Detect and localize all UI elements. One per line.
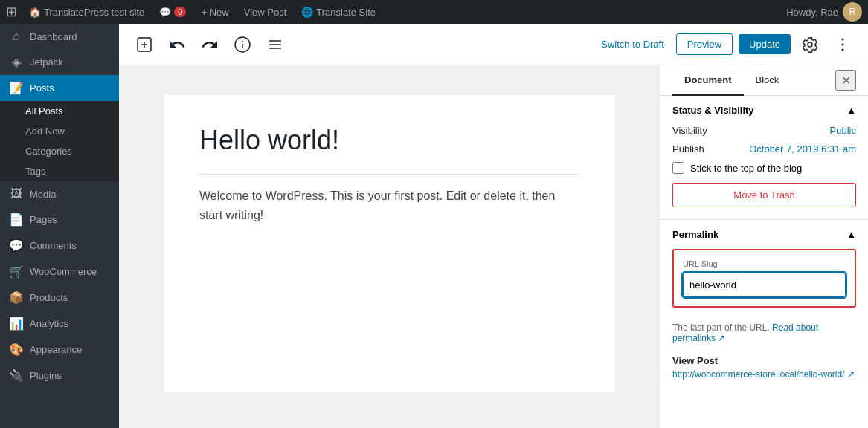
editor-toolbar: Switch to Draft Preview Update	[119, 24, 868, 65]
view-post-link[interactable]: http://woocommerce-store.local/hello-wor…	[672, 369, 844, 380]
sidebar-item-posts[interactable]: 📝 Posts	[0, 75, 119, 101]
post-title[interactable]: Hello world!	[199, 125, 579, 156]
right-panel: Document Block ✕ Status & Visibility ▲ V…	[660, 65, 868, 428]
sticky-label: Stick to the top of the blog	[690, 163, 802, 174]
sidebar-item-pages[interactable]: 📄 Pages	[0, 207, 119, 233]
user-menu[interactable]: Howdy, Rae R	[786, 2, 862, 22]
sidebar-item-products[interactable]: 📦 Products	[0, 285, 119, 311]
view-post-label: View Post	[660, 349, 868, 369]
publish-value[interactable]: October 7, 2019 6:31 am	[749, 143, 856, 155]
permalink-section: Permalink ▲ URL Slug The last part of th…	[660, 220, 868, 380]
chevron-up-icon: ▲	[846, 105, 856, 116]
sticky-checkbox[interactable]	[672, 162, 684, 174]
permalink-header[interactable]: Permalink ▲	[660, 220, 868, 249]
sticky-checkbox-row: Stick to the top of the blog	[672, 162, 856, 174]
avatar: R	[843, 2, 862, 22]
media-icon: 🖼	[9, 187, 24, 201]
sidebar-sub-add-new[interactable]: Add New	[0, 121, 119, 141]
visibility-value[interactable]: Public	[830, 125, 856, 136]
status-visibility-header[interactable]: Status & Visibility ▲	[660, 96, 868, 125]
sidebar-item-comments[interactable]: 💬 Comments	[0, 233, 119, 259]
svg-point-11	[842, 43, 844, 45]
external-link-icon: ↗	[718, 333, 725, 343]
url-slug-box: URL Slug	[672, 249, 856, 308]
products-icon: 📦	[9, 291, 24, 305]
publish-row: Publish October 7, 2019 6:31 am	[672, 143, 856, 155]
translate-icon: 🌐	[301, 7, 313, 18]
external-link-icon: ↗	[847, 369, 855, 380]
editor-content: Hello world! Welcome to WordPress. This …	[119, 65, 868, 428]
preview-button[interactable]: Preview	[676, 33, 733, 55]
svg-point-5	[242, 41, 243, 42]
url-slug-label: URL Slug	[683, 259, 846, 268]
view-post-url: http://woocommerce-store.local/hello-wor…	[660, 369, 868, 380]
move-to-trash-button[interactable]: Move to Trash	[672, 183, 856, 207]
more-options-button[interactable]	[829, 31, 856, 58]
sidebar-sub-all-posts[interactable]: All Posts	[0, 101, 119, 121]
editor-post[interactable]: Hello world! Welcome to WordPress. This …	[164, 95, 615, 392]
sidebar-item-plugins[interactable]: 🔌 Plugins	[0, 363, 119, 389]
update-button[interactable]: Update	[739, 34, 791, 54]
toolbar-right: Switch to Draft Preview Update	[595, 31, 856, 58]
undo-button[interactable]	[164, 31, 190, 58]
add-block-button[interactable]	[131, 31, 158, 58]
info-button[interactable]	[229, 31, 256, 58]
post-body[interactable]: Welcome to WordPress. This is your first…	[199, 187, 579, 224]
editor-canvas: Hello world! Welcome to WordPress. This …	[119, 65, 660, 428]
tab-document[interactable]: Document	[672, 65, 744, 96]
posts-icon: 📝	[9, 81, 24, 95]
translate-link[interactable]: 🌐 Translate Site	[295, 0, 382, 24]
analytics-icon: 📊	[9, 317, 24, 331]
home-icon: 🏠	[29, 7, 41, 18]
jetpack-icon: ◈	[9, 55, 24, 69]
site-name[interactable]: 🏠 TranslatePress test site	[23, 0, 150, 24]
admin-bar: ⊞ 🏠 TranslatePress test site 💬 0 + New V…	[0, 0, 868, 24]
appearance-icon: 🎨	[9, 343, 24, 357]
woocommerce-icon: 🛒	[9, 265, 24, 279]
status-visibility-section: Status & Visibility ▲ Visibility Public …	[660, 96, 868, 220]
comments-icon: 💬	[9, 239, 24, 253]
sidebar: ⌂ Dashboard ◈ Jetpack 📝 Posts All Posts …	[0, 24, 119, 428]
tab-block[interactable]: Block	[744, 65, 791, 96]
svg-point-9	[808, 42, 812, 47]
switch-to-draft-button[interactable]: Switch to Draft	[595, 34, 670, 54]
wp-logo-icon: ⊞	[6, 4, 17, 20]
panel-close-button[interactable]: ✕	[835, 70, 856, 91]
sidebar-item-analytics[interactable]: 📊 Analytics	[0, 311, 119, 337]
list-view-button[interactable]	[262, 31, 289, 58]
chevron-up-icon: ▲	[846, 229, 856, 240]
permalink-footer: The last part of the URL. Read about per…	[660, 317, 868, 349]
svg-point-12	[842, 48, 844, 51]
svg-point-10	[842, 38, 844, 40]
redo-button[interactable]	[196, 31, 223, 58]
new-link[interactable]: + New	[195, 0, 234, 24]
post-divider	[199, 174, 579, 175]
pages-icon: 📄	[9, 213, 24, 227]
sidebar-sub-tags[interactable]: Tags	[0, 161, 119, 181]
sidebar-item-appearance[interactable]: 🎨 Appearance	[0, 337, 119, 363]
sidebar-item-dashboard[interactable]: ⌂ Dashboard	[0, 24, 119, 49]
main-layout: ⌂ Dashboard ◈ Jetpack 📝 Posts All Posts …	[0, 24, 868, 428]
comments-link[interactable]: 💬 0	[153, 0, 192, 24]
dashboard-icon: ⌂	[9, 30, 24, 43]
sidebar-item-jetpack[interactable]: ◈ Jetpack	[0, 49, 119, 75]
settings-button[interactable]	[797, 31, 823, 58]
posts-submenu: All Posts Add New Categories Tags	[0, 101, 119, 181]
admin-bar-right: Howdy, Rae R	[786, 2, 862, 22]
sidebar-item-media[interactable]: 🖼 Media	[0, 181, 119, 207]
status-visibility-content: Visibility Public Publish October 7, 201…	[660, 125, 868, 219]
sidebar-sub-categories[interactable]: Categories	[0, 141, 119, 161]
sidebar-item-woocommerce[interactable]: 🛒 WooCommerce	[0, 259, 119, 285]
visibility-row: Visibility Public	[672, 125, 856, 136]
plugins-icon: 🔌	[9, 369, 24, 383]
view-post-link[interactable]: View Post	[238, 0, 293, 24]
panel-tabs: Document Block ✕	[660, 65, 868, 96]
url-slug-input[interactable]	[683, 273, 846, 297]
editor-area: Switch to Draft Preview Update Hello wor…	[119, 24, 868, 428]
comment-icon: 💬	[159, 7, 171, 18]
